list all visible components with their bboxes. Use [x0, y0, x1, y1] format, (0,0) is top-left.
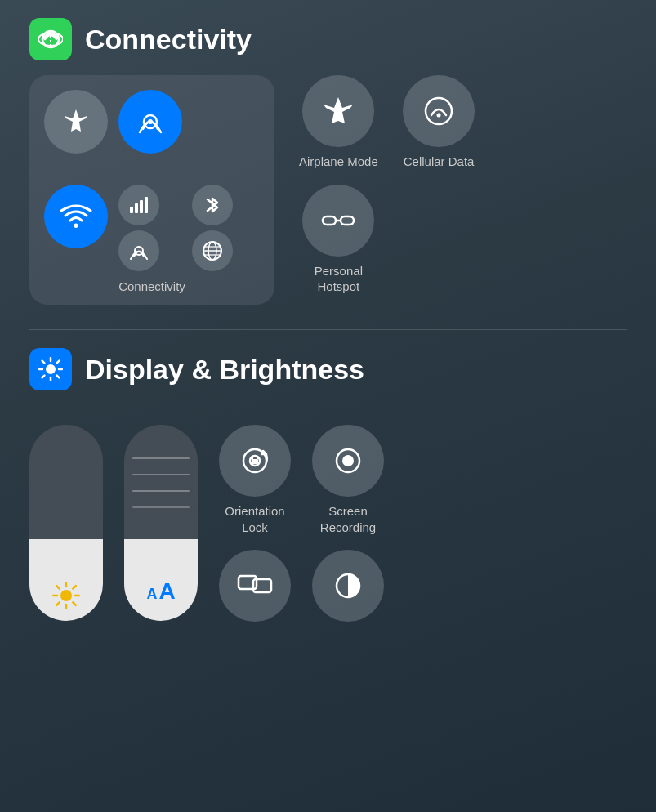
- orientation-lock-item: Orientation Lock: [219, 425, 291, 535]
- display-section-header: Display & Brightness: [0, 330, 656, 405]
- svg-point-4: [148, 119, 153, 124]
- svg-rect-19: [341, 216, 354, 225]
- svg-line-37: [73, 586, 76, 589]
- svg-line-27: [57, 376, 60, 378]
- airplane-mode-tile-button[interactable]: [44, 90, 108, 154]
- display-icons-grid: Orientation Lock Screen Recording: [219, 425, 384, 628]
- small-a: A: [146, 586, 157, 603]
- display-title: Display & Brightness: [85, 354, 364, 386]
- cellular-bars-icon: [130, 197, 148, 213]
- svg-rect-6: [130, 207, 133, 213]
- svg-rect-9: [145, 197, 148, 213]
- display-area: A A Orientation: [0, 405, 656, 628]
- wifi-icon: [60, 203, 92, 230]
- text-line-2: [132, 474, 190, 475]
- airplane-icon: [61, 107, 91, 136]
- svg-line-28: [57, 361, 60, 364]
- personal-hotspot-item: Personal Hotspot: [299, 185, 378, 295]
- dark-mode-icon: [332, 569, 364, 602]
- airplane-mode-item: Airplane Mode: [299, 75, 378, 170]
- svg-point-30: [60, 590, 72, 601]
- svg-line-26: [42, 361, 45, 364]
- orientation-lock-icon: [237, 443, 273, 479]
- connectivity-title: Connectivity: [85, 24, 252, 56]
- airdrop-small-icon: [128, 240, 149, 261]
- text-size-slider-bottom: A A: [124, 539, 198, 621]
- text-size-slider[interactable]: A A: [124, 425, 198, 621]
- screen-recording-label: Screen Recording: [320, 503, 376, 535]
- svg-point-21: [46, 364, 56, 374]
- bluetooth-icon: [204, 194, 221, 216]
- orientation-lock-label: Orientation Lock: [225, 503, 284, 535]
- text-line-3: [132, 490, 190, 492]
- svg-line-29: [42, 376, 45, 378]
- airdrop-tile-button[interactable]: [118, 90, 182, 154]
- svg-point-43: [342, 455, 354, 466]
- screen-recording-icon: [330, 443, 366, 479]
- wifi-tile-button[interactable]: [44, 185, 108, 248]
- svg-line-36: [73, 602, 76, 605]
- airplane-mode-icon: [320, 93, 356, 129]
- svg-rect-41: [252, 459, 258, 464]
- connectivity-standalone-grid: Airplane Mode Cellular Data: [299, 75, 478, 295]
- connectivity-tile-grid: [44, 90, 260, 271]
- cellular-data-icon: [423, 96, 454, 127]
- orientation-lock-button[interactable]: [219, 425, 291, 497]
- personal-hotspot-button[interactable]: [302, 185, 374, 257]
- mirror-display-button[interactable]: [219, 550, 291, 622]
- screen-recording-item: Screen Recording: [312, 425, 384, 535]
- airdrop-icon: [135, 106, 166, 137]
- brightness-slider[interactable]: [29, 425, 103, 621]
- brightness-icon: [38, 357, 63, 381]
- aa-label: A A: [146, 578, 175, 609]
- tile-empty: [194, 90, 257, 154]
- airdrop-small-button[interactable]: [118, 230, 159, 271]
- svg-point-16: [426, 98, 452, 124]
- screen-recording-button[interactable]: [312, 425, 384, 497]
- display-section-icon: [29, 348, 72, 390]
- connectivity-icon: [38, 27, 63, 51]
- svg-line-35: [56, 586, 60, 589]
- svg-point-5: [74, 224, 78, 228]
- brightness-slider-top: [29, 425, 103, 539]
- svg-point-17: [437, 114, 441, 118]
- text-size-slider-top: [124, 425, 198, 539]
- svg-line-38: [56, 602, 60, 605]
- airplane-mode-label: Airplane Mode: [299, 154, 378, 170]
- globe-button[interactable]: [192, 230, 233, 271]
- brightness-slider-col: [29, 425, 103, 621]
- svg-rect-7: [135, 203, 138, 213]
- airplane-mode-button[interactable]: [302, 75, 374, 147]
- globe-icon: [202, 240, 223, 261]
- bluetooth-button[interactable]: [192, 185, 233, 225]
- text-size-slider-col: A A: [124, 425, 198, 621]
- cellular-data-label: Cellular Data: [404, 154, 475, 170]
- connectivity-section-icon: [29, 18, 72, 60]
- cellular-bars-button[interactable]: [118, 185, 159, 225]
- cellular-data-button[interactable]: [403, 75, 475, 147]
- personal-hotspot-icon: [321, 205, 355, 236]
- dark-mode-item: [312, 550, 384, 628]
- mirror-display-icon: [237, 571, 273, 600]
- connectivity-area: Connectivity Airplane Mode Cellular Data: [0, 75, 656, 329]
- text-line-4: [132, 506, 190, 508]
- large-a: A: [158, 578, 175, 605]
- brightness-slider-bottom: [29, 539, 103, 621]
- svg-rect-18: [323, 216, 336, 225]
- mirror-display-item: [219, 550, 291, 628]
- connectivity-section-header: Connectivity: [0, 0, 656, 75]
- personal-hotspot-label: Personal Hotspot: [315, 263, 363, 295]
- svg-rect-8: [140, 200, 143, 213]
- connectivity-sub-grid: [118, 185, 260, 271]
- connectivity-tile-label: Connectivity: [44, 279, 260, 293]
- sun-icon: [52, 582, 80, 609]
- dark-mode-button[interactable]: [312, 550, 384, 622]
- cellular-data-item: Cellular Data: [399, 75, 479, 170]
- text-line-1: [132, 457, 190, 459]
- connectivity-tile: Connectivity: [29, 75, 274, 305]
